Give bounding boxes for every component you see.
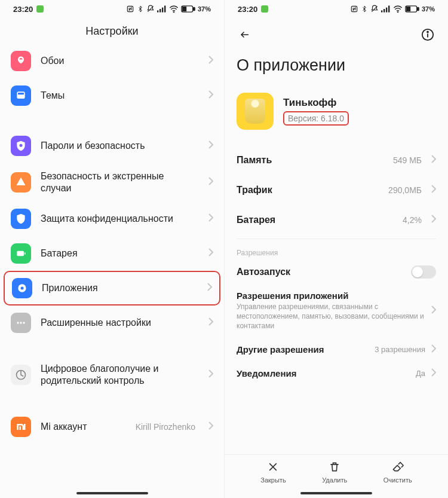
svg-rect-26	[388, 5, 389, 12]
chevron-right-icon	[208, 177, 213, 188]
status-bar: 23:20 37%	[0, 0, 224, 18]
svg-point-27	[397, 12, 398, 13]
svg-point-16	[21, 287, 24, 290]
signal-icon	[381, 5, 391, 13]
bluetooth-icon	[361, 5, 368, 13]
chevron-right-icon	[208, 140, 213, 151]
trash-icon	[329, 461, 340, 474]
status-app-indicator	[36, 5, 44, 13]
item-other-permissions[interactable]: Другие разрешения 3 разрешения	[225, 338, 448, 362]
privacy-icon	[11, 209, 31, 229]
svg-rect-23	[381, 10, 382, 12]
label: Очистить	[383, 476, 412, 484]
wifi-icon	[169, 5, 179, 13]
value: Да	[416, 369, 425, 378]
app-version: Версия: 6.18.0	[283, 111, 349, 126]
settings-item-wallpaper[interactable]: Обои	[0, 44, 224, 78]
status-icons: 37%	[350, 5, 435, 13]
label: Закрыть	[260, 476, 286, 484]
value: 3 разрешения	[375, 345, 425, 354]
settings-item-themes[interactable]: Темы	[0, 78, 224, 113]
settings-item-passwords[interactable]: Пароли и безопасность	[0, 129, 224, 163]
signal-icon	[157, 5, 167, 13]
home-indicator[interactable]	[76, 492, 148, 494]
item-battery-usage[interactable]: Батарея 4,2%	[225, 205, 448, 235]
settings-item-battery[interactable]: Батарея	[0, 236, 224, 271]
back-button[interactable]	[237, 26, 253, 43]
label: Удалить	[322, 476, 347, 484]
status-app-indicator	[261, 5, 268, 13]
app-header-block: Тинькофф Версия: 6.18.0	[225, 89, 448, 145]
mute-icon	[370, 5, 379, 13]
svg-rect-25	[386, 8, 387, 13]
info-button[interactable]	[419, 26, 436, 43]
chevron-right-icon	[208, 90, 213, 101]
svg-point-12	[20, 144, 23, 147]
svg-rect-2	[157, 10, 158, 12]
battery-percent: 37%	[198, 5, 211, 13]
clear-button[interactable]: Очистить	[383, 461, 412, 484]
section-caption-permissions: Разрешения	[225, 245, 448, 259]
nfc-icon	[350, 5, 358, 13]
chevron-right-icon	[431, 344, 436, 355]
chevron-right-icon	[208, 213, 213, 224]
settings-item-mi-account[interactable]: Mi аккаунт Kirill Pirozhenko	[0, 410, 224, 444]
label: Память	[237, 155, 386, 166]
battery-icon	[405, 5, 419, 13]
title: Другие разрешения	[237, 344, 369, 355]
divider	[237, 239, 436, 239]
app-info-header	[225, 18, 448, 47]
themes-icon	[11, 85, 31, 106]
battery-icon	[181, 5, 195, 13]
close-button[interactable]: Закрыть	[260, 461, 286, 484]
label: Батарея	[237, 215, 395, 225]
item-memory[interactable]: Память 549 МБ	[225, 145, 448, 175]
delete-button[interactable]: Удалить	[322, 461, 347, 484]
settings-header: Настройки	[0, 18, 224, 44]
settings-item-label: Безопасность и экстренные случаи	[41, 170, 195, 194]
wellbeing-icon	[11, 365, 31, 385]
home-indicator[interactable]	[300, 492, 372, 494]
settings-item-emergency[interactable]: Безопасность и экстренные случаи	[0, 163, 224, 201]
status-time: 23:20	[238, 5, 257, 14]
svg-point-17	[17, 322, 19, 323]
item-notifications[interactable]: Уведомления Да	[225, 362, 448, 386]
chevron-right-icon	[208, 248, 213, 259]
shield-icon	[11, 136, 31, 156]
svg-rect-5	[164, 5, 165, 12]
svg-rect-13	[17, 251, 24, 256]
settings-list: Обои Темы Пароли и безопасность Безопасн…	[0, 44, 224, 444]
autostart-toggle[interactable]	[411, 265, 436, 279]
chevron-right-icon	[431, 305, 436, 316]
value: 290,0МБ	[388, 185, 422, 195]
settings-item-label: Расширенные настройки	[41, 317, 195, 329]
settings-item-label: Темы	[41, 90, 195, 102]
wallpaper-icon	[11, 51, 31, 71]
more-icon	[11, 313, 31, 333]
settings-item-label: Пароли и безопасность	[41, 140, 195, 152]
settings-item-wellbeing[interactable]: Цифровое благополучие и родительский кон…	[0, 356, 224, 394]
chevron-right-icon	[208, 317, 213, 328]
settings-item-label: Обои	[41, 55, 195, 67]
app-info-screen: 23:20 37% О приложении Тинькофф Версия: …	[224, 0, 448, 498]
svg-rect-24	[383, 9, 385, 13]
chevron-right-icon	[431, 368, 436, 379]
settings-item-label: Цифровое благополучие и родительский кон…	[41, 363, 195, 387]
app-icon	[237, 93, 274, 130]
chevron-right-icon	[207, 283, 212, 294]
settings-item-label: Приложения	[42, 282, 194, 294]
apps-icon	[12, 278, 32, 298]
settings-item-privacy[interactable]: Защита конфиденциальности	[0, 201, 224, 236]
svg-rect-14	[24, 252, 26, 254]
status-bar: 23:20 37%	[225, 0, 448, 18]
item-traffic[interactable]: Трафик 290,0МБ	[225, 175, 448, 205]
settings-item-label: Защита конфиденциальности	[41, 213, 195, 225]
label: Трафик	[237, 185, 381, 195]
battery-icon	[11, 243, 31, 264]
label: Автозапуск	[237, 267, 404, 277]
close-icon	[267, 461, 279, 474]
item-app-permissions[interactable]: Разрешения приложений Управление разреше…	[225, 285, 448, 338]
settings-item-advanced[interactable]: Расширенные настройки	[0, 305, 224, 340]
settings-item-apps[interactable]: Приложения	[4, 271, 220, 305]
item-autostart[interactable]: Автозапуск	[225, 259, 448, 285]
